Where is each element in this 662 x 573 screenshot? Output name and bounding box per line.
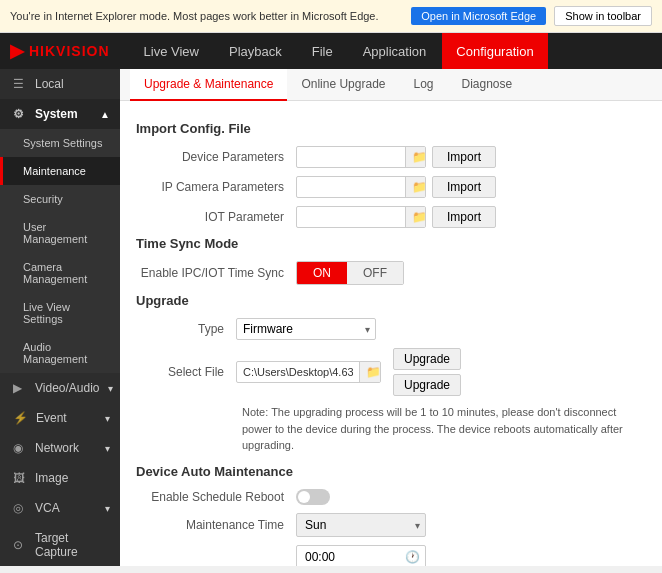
device-params-control: 📁 Import <box>296 146 496 168</box>
device-params-label: Device Parameters <box>136 150 296 164</box>
upgrade-type-control: Firmware <box>236 318 376 340</box>
sidebar-item-camera-management[interactable]: Camera Management <box>0 253 120 293</box>
top-navigation: ▶ HIKVISION Live View Playback File Appl… <box>0 33 662 69</box>
time-sync-title: Time Sync Mode <box>136 236 646 251</box>
sidebar-label-vca: VCA <box>35 501 60 515</box>
upgrade-type-select[interactable]: Firmware <box>236 318 376 340</box>
maintenance-time-control: Sun Mon Tue Wed Thu Fri Sat <box>296 513 426 537</box>
sidebar-item-system[interactable]: ⚙ System ▲ <box>0 99 120 129</box>
maintenance-day-select[interactable]: Sun Mon Tue Wed Thu Fri Sat <box>296 513 426 537</box>
nav-live-view[interactable]: Live View <box>130 33 213 69</box>
upgrade-file-label: Select File <box>136 365 236 379</box>
sidebar-item-maintenance[interactable]: Maintenance <box>0 157 120 185</box>
system-icon: ⚙ <box>13 107 27 121</box>
sidebar-label-system: System <box>35 107 78 121</box>
vca-expand-icon: ▾ <box>105 503 110 514</box>
maintenance-day-select-wrapper: Sun Mon Tue Wed Thu Fri Sat <box>296 513 426 537</box>
sidebar-item-network[interactable]: ◉ Network ▾ <box>0 433 120 463</box>
sidebar-label-audio-management: Audio Management <box>23 341 110 365</box>
sidebar-item-security[interactable]: Security <box>0 185 120 213</box>
ip-camera-params-import-btn[interactable]: Import <box>432 176 496 198</box>
sidebar-item-target-capture[interactable]: ⊙ Target Capture <box>0 523 120 566</box>
tab-diagnose[interactable]: Diagnose <box>448 69 527 101</box>
ip-camera-params-label: IP Camera Parameters <box>136 180 296 194</box>
schedule-reboot-switch[interactable] <box>296 489 330 505</box>
upgrade-file-path-input[interactable] <box>237 363 359 381</box>
sidebar-label-camera-management: Camera Management <box>23 261 110 285</box>
maintenance-time-row: Maintenance Time Sun Mon Tue Wed Thu Fri… <box>136 513 646 537</box>
nav-application[interactable]: Application <box>349 33 441 69</box>
ip-camera-params-control: 📁 Import <box>296 176 496 198</box>
image-icon: 🖼 <box>13 471 27 485</box>
maintenance-time-label: Maintenance Time <box>136 518 296 532</box>
sidebar-label-local: Local <box>35 77 64 91</box>
upgrade-file-path-group: 📁 <box>236 361 381 383</box>
open-in-edge-button[interactable]: Open in Microsoft Edge <box>411 7 546 25</box>
time-sync-toggle: ON OFF <box>296 261 404 285</box>
network-expand-icon: ▾ <box>105 443 110 454</box>
tab-upgrade-maintenance[interactable]: Upgrade & Maintenance <box>130 69 287 101</box>
video-audio-icon: ▶ <box>13 381 27 395</box>
sidebar-label-event: Event <box>36 411 67 425</box>
event-expand-icon: ▾ <box>105 413 110 424</box>
upgrade-file-row: Select File 📁 Upgrade Upgrade <box>136 348 646 396</box>
ie-bar-message: You're in Internet Explorer mode. Most p… <box>10 10 403 22</box>
logo: ▶ HIKVISION <box>10 40 110 62</box>
device-params-import-btn[interactable]: Import <box>432 146 496 168</box>
sidebar-item-system-settings[interactable]: System Settings <box>0 129 120 157</box>
target-capture-icon: ⊙ <box>13 538 27 552</box>
iot-param-browse-btn[interactable]: 📁 <box>405 207 426 227</box>
network-icon: ◉ <box>13 441 27 455</box>
device-auto-maintenance-title: Device Auto Maintenance <box>136 464 646 479</box>
sidebar-item-local[interactable]: ☰ Local <box>0 69 120 99</box>
tab-online-upgrade[interactable]: Online Upgrade <box>287 69 399 101</box>
iot-param-row: IOT Parameter 📁 Import <box>136 206 646 228</box>
upgrade-type-label: Type <box>136 322 236 336</box>
device-params-browse-btn[interactable]: 📁 <box>405 147 426 167</box>
sidebar-item-vca[interactable]: ◎ VCA ▾ <box>0 493 120 523</box>
maintenance-hour-row: 🕐 <box>136 545 646 567</box>
tab-log[interactable]: Log <box>399 69 447 101</box>
sidebar-label-video-audio: Video/Audio <box>35 381 100 395</box>
iot-param-input[interactable] <box>297 208 405 226</box>
upgrade-top-btn[interactable]: Upgrade <box>393 348 461 370</box>
nav-configuration[interactable]: Configuration <box>442 33 547 69</box>
time-input-wrapper: 🕐 <box>296 545 426 567</box>
sidebar-item-image[interactable]: 🖼 Image <box>0 463 120 493</box>
ip-camera-params-browse-btn[interactable]: 📁 <box>405 177 426 197</box>
sidebar-item-live-view-settings[interactable]: Live View Settings <box>0 293 120 333</box>
nav-playback[interactable]: Playback <box>215 33 296 69</box>
upgrade-type-select-wrapper: Firmware <box>236 318 376 340</box>
sidebar-item-user-management[interactable]: User Management <box>0 213 120 253</box>
upgrade-file-browse-btn[interactable]: 📁 <box>359 362 381 382</box>
sidebar-label-network: Network <box>35 441 79 455</box>
sidebar-item-video-audio[interactable]: ▶ Video/Audio ▾ <box>0 373 120 403</box>
upgrade-main-btn[interactable]: Upgrade <box>393 374 461 396</box>
sidebar-label-maintenance: Maintenance <box>23 165 86 177</box>
nav-file[interactable]: File <box>298 33 347 69</box>
iot-param-label: IOT Parameter <box>136 210 296 224</box>
tab-bar: Upgrade & Maintenance Online Upgrade Log… <box>120 69 662 101</box>
sidebar-label-target-capture: Target Capture <box>35 531 110 559</box>
device-params-input[interactable] <box>297 148 405 166</box>
schedule-reboot-control <box>296 489 330 505</box>
video-audio-expand-icon: ▾ <box>108 383 113 394</box>
maintenance-time-input[interactable] <box>296 545 426 567</box>
show-in-toolbar-button[interactable]: Show in toolbar <box>554 6 652 26</box>
iot-param-control: 📁 Import <box>296 206 496 228</box>
iot-param-import-btn[interactable]: Import <box>432 206 496 228</box>
logo-icon: ▶ <box>10 40 25 62</box>
sidebar-item-audio-management[interactable]: Audio Management <box>0 333 120 373</box>
time-sync-on-btn[interactable]: ON <box>297 262 347 284</box>
main-layout: ☰ Local ⚙ System ▲ System Settings Maint… <box>0 69 662 566</box>
sidebar-item-event[interactable]: ⚡ Event ▾ <box>0 403 120 433</box>
iot-param-file-input-group: 📁 <box>296 206 426 228</box>
sidebar-label-image: Image <box>35 471 68 485</box>
time-sync-off-btn[interactable]: OFF <box>347 262 403 284</box>
system-expand-icon: ▲ <box>100 109 110 120</box>
ip-camera-params-input[interactable] <box>297 178 405 196</box>
sidebar-system-submenu: System Settings Maintenance Security Use… <box>0 129 120 373</box>
vca-icon: ◎ <box>13 501 27 515</box>
time-sync-row: Enable IPC/IOT Time Sync ON OFF <box>136 261 646 285</box>
upgrade-btn-group: Upgrade Upgrade <box>393 348 461 396</box>
